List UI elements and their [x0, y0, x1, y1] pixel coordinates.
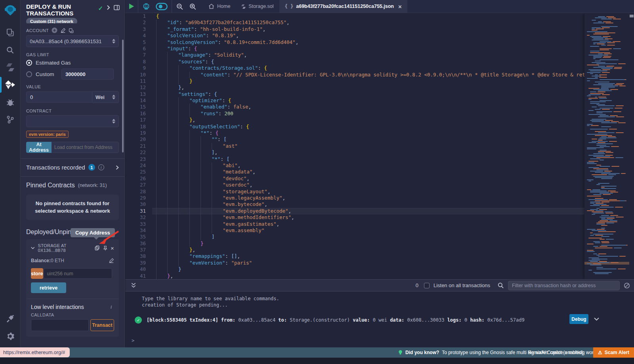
- account-value: 0xA03...85ac4 (0.39866531531: [30, 38, 101, 44]
- scam-alert-badge[interactable]: ⚠ Scam Alert: [593, 347, 634, 358]
- code-editor[interactable]: 1{2"id": "a69b43f277ba20fcac141151250ca7…: [125, 13, 634, 279]
- account-select[interactable]: 0xA03...85ac4 (0.39866531531: [26, 35, 119, 47]
- terminal[interactable]: Type the library name to see available c…: [125, 292, 634, 347]
- transaction-log-row[interactable]: ✓ [block:5583405 txIndex:4] from: 0xa03.…: [135, 316, 634, 324]
- store-arg-input[interactable]: [44, 268, 112, 279]
- tip-text: To prototype using the Gnosis safe multi…: [442, 350, 610, 355]
- minimap[interactable]: [584, 13, 629, 279]
- radio-estimated[interactable]: [26, 60, 32, 66]
- settings-gear-icon[interactable]: [0, 328, 21, 345]
- pinned-empty-message: No pinned contracts found for selected w…: [26, 194, 119, 220]
- gas-estimated-label: Estimated Gas: [36, 60, 71, 66]
- contract-select[interactable]: [26, 115, 119, 127]
- copilot-status[interactable]: RemixAI Copilot (enabled): [528, 350, 583, 355]
- panel-pin-view-icon[interactable]: [114, 5, 120, 10]
- terminal-collapse-icon[interactable]: [131, 282, 136, 288]
- run-script-icon[interactable]: [129, 4, 134, 9]
- scrollbar-thumb[interactable]: [630, 15, 634, 17]
- code-line: 18"outputSelection": {: [125, 124, 634, 130]
- gas-custom-option[interactable]: Custom: [26, 69, 119, 80]
- code-line: 41},: [125, 273, 634, 279]
- git-icon[interactable]: [0, 111, 21, 128]
- panel-scrollbar[interactable]: [122, 40, 124, 152]
- scam-alert-label: Scam Alert: [605, 350, 629, 355]
- gas-custom-input[interactable]: [61, 69, 114, 80]
- tab-close-icon[interactable]: ×: [398, 3, 402, 10]
- editor-scrollbar[interactable]: [629, 13, 634, 279]
- code-line: 16"runs": 200: [125, 111, 634, 117]
- code-line: 6"input": {: [125, 46, 634, 52]
- copilot-toggle[interactable]: [156, 3, 168, 10]
- json-file-icon: { }: [285, 4, 294, 9]
- add-account-icon[interactable]: [52, 27, 57, 33]
- pinned-contracts-label: Pinned Contracts: [26, 182, 75, 189]
- tab-json-active[interactable]: { } a69b43f277ba20fcac141151250ca755.jso…: [279, 0, 407, 13]
- code-line: 17},: [125, 117, 634, 123]
- tx-expand-icon[interactable]: [594, 317, 599, 321]
- tab-json-label: a69b43f277ba20fcac141151250ca755.json: [296, 4, 394, 9]
- balance-value: 0 ETH: [51, 258, 64, 263]
- clear-console-icon[interactable]: [624, 282, 630, 289]
- edit-account-icon[interactable]: [60, 28, 66, 33]
- annotation-arrow: [97, 230, 120, 246]
- balance-label: Balance:: [31, 258, 51, 263]
- low-level-info-icon[interactable]: i: [108, 304, 114, 310]
- low-level-label: Low level interactions: [31, 304, 84, 310]
- code-line: 14"optimizer": {: [125, 97, 634, 104]
- code-line: 35]: [125, 234, 634, 240]
- tab-home-label: Home: [217, 4, 230, 9]
- radio-custom[interactable]: [26, 71, 32, 77]
- window-edge: [0, 358, 634, 364]
- terminal-filter-input[interactable]: [508, 281, 620, 290]
- retrieve-button[interactable]: retrieve: [31, 282, 66, 293]
- account-stepper[interactable]: [112, 39, 115, 44]
- transactions-info-icon[interactable]: i: [98, 164, 104, 170]
- zoom-in-icon[interactable]: [189, 3, 197, 10]
- code-line: 4"solcVersion": "0.8.19",: [125, 32, 634, 39]
- store-button[interactable]: store: [31, 268, 43, 279]
- copy-account-icon[interactable]: [69, 28, 74, 33]
- panel-check-icon: ✓: [98, 5, 103, 12]
- panel-expand-icon[interactable]: [107, 5, 110, 10]
- remix-logo-icon[interactable]: [0, 0, 21, 21]
- code-line: 19"*": {: [125, 130, 634, 136]
- code-line: 32"evm.methodIdentifiers",: [125, 214, 634, 221]
- code-line: 31"evm.deployedBytecode",: [125, 208, 634, 214]
- terminal-line: Type the library name to see available c…: [142, 295, 634, 302]
- tab-home[interactable]: Home: [203, 0, 236, 13]
- calldata-input[interactable]: [31, 319, 89, 331]
- listen-checkbox[interactable]: [424, 283, 430, 288]
- deploy-run-icon[interactable]: [0, 76, 21, 93]
- at-address-button[interactable]: At Address: [26, 142, 52, 153]
- code-line: 40}: [125, 266, 634, 273]
- code-line: 29"evm.legacyAssembly",: [125, 195, 634, 201]
- transactions-expand-icon[interactable]: [116, 165, 119, 170]
- transact-button[interactable]: Transact: [90, 319, 114, 331]
- solidity-compiler-icon[interactable]: [0, 59, 21, 76]
- value-input[interactable]: [26, 91, 92, 103]
- zoom-out-icon[interactable]: [176, 3, 183, 10]
- gas-custom-label: Custom: [36, 71, 58, 77]
- copilot-robot-icon[interactable]: [142, 2, 150, 10]
- evm-version-badge: evm version: paris: [26, 131, 69, 138]
- search-icon[interactable]: [0, 41, 21, 59]
- debug-button[interactable]: Debug: [569, 314, 588, 324]
- value-unit-select[interactable]: Wei: [92, 91, 119, 103]
- debugger-icon[interactable]: [0, 93, 21, 111]
- code-line: 30"evm.bytecode",: [125, 201, 634, 208]
- listen-count: 0: [416, 282, 418, 288]
- transactions-recorded-label: Transactions recorded: [26, 164, 85, 171]
- load-contract-input[interactable]: [52, 142, 119, 153]
- terminal-search-icon[interactable]: [497, 282, 504, 289]
- plugin-manager-icon[interactable]: [0, 310, 21, 328]
- terminal-prompt[interactable]: >: [125, 324, 634, 343]
- editor-area: Home Storage.sol { } a69b43f277ba20fcac1…: [125, 0, 634, 347]
- code-line: 33"evm.gasEstimates",: [125, 221, 634, 227]
- code-line: 7"language": "Solidity",: [125, 52, 634, 58]
- file-explorer-icon[interactable]: [0, 24, 21, 41]
- contract-collapse-icon[interactable]: [31, 246, 35, 250]
- edit-balance-icon[interactable]: [109, 258, 114, 263]
- gas-estimated-option[interactable]: Estimated Gas: [26, 60, 119, 66]
- did-you-know-label: Did you know?: [405, 350, 439, 355]
- tab-storage-sol[interactable]: Storage.sol: [236, 0, 279, 13]
